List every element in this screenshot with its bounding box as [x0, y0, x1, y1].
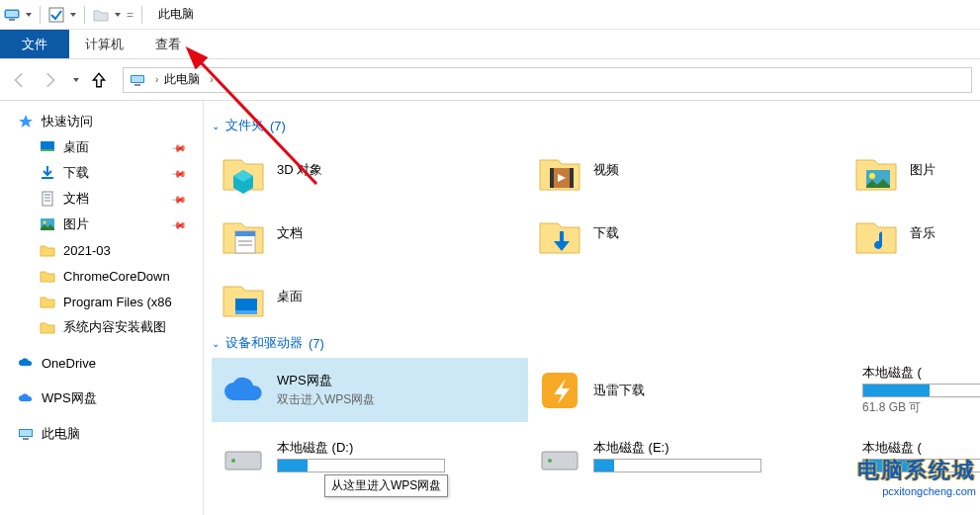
- label: 快速访问: [42, 113, 93, 130]
- folder-documents[interactable]: 文档: [212, 204, 528, 263]
- picture-icon: [40, 216, 55, 232]
- svg-point-36: [231, 459, 235, 463]
- svg-rect-35: [225, 452, 261, 470]
- label: OneDrive: [42, 356, 96, 371]
- sidebar: 快速访问 桌面📌 下载📌 文档📌 图片📌 2021-03: [0, 101, 204, 515]
- label: WPS网盘: [277, 372, 375, 389]
- label: 桌面: [63, 138, 89, 156]
- label: 系统内容安装截图: [63, 318, 166, 336]
- svg-rect-17: [23, 438, 29, 440]
- device-wps[interactable]: WPS网盘 双击进入WPS网盘: [212, 358, 528, 422]
- svg-rect-1: [6, 11, 18, 17]
- menu-chevron-icon[interactable]: [26, 13, 32, 17]
- label: ChromeCoreDown: [63, 269, 170, 284]
- nav-history-button[interactable]: [67, 68, 81, 92]
- folder-icon: [40, 294, 55, 309]
- capacity-bar: [593, 459, 761, 472]
- svg-point-14: [44, 221, 46, 224]
- desktop-icon: [40, 139, 55, 155]
- nav-up-button[interactable]: [87, 68, 111, 92]
- drive-local-e[interactable]: 本地磁盘 (E:): [528, 426, 845, 485]
- titlebar: = 此电脑: [0, 0, 980, 30]
- wps-cloud-icon: [220, 367, 267, 414]
- sidebar-this-pc[interactable]: 此电脑: [0, 421, 203, 447]
- device-xunlei[interactable]: 迅雷下载: [528, 358, 845, 422]
- chevron-right-icon[interactable]: ›: [210, 74, 213, 85]
- svg-rect-9: [43, 192, 52, 206]
- folder-icon[interactable]: [93, 7, 109, 23]
- menu-chevron-icon[interactable]: [115, 13, 121, 17]
- label: 本地磁盘 (D:): [277, 439, 445, 457]
- address-bar[interactable]: › 此电脑 ›: [123, 67, 972, 93]
- sidebar-wps[interactable]: WPS网盘: [0, 386, 203, 411]
- svg-rect-6: [134, 84, 140, 86]
- svg-rect-29: [235, 310, 257, 314]
- video-icon: [536, 146, 583, 194]
- svg-point-38: [548, 459, 552, 463]
- svg-rect-19: [550, 168, 554, 188]
- folder-3d-objects[interactable]: 3D 对象: [212, 140, 528, 200]
- label: WPS网盘: [42, 389, 97, 407]
- label: 文档: [63, 190, 89, 208]
- label: 2021-03: [63, 243, 111, 258]
- subtitle: 双击进入WPS网盘: [277, 391, 375, 408]
- pin-icon: 📌: [171, 165, 187, 181]
- folder-downloads[interactable]: 下载: [528, 204, 845, 263]
- section-devices[interactable]: ⌄ 设备和驱动器 (7): [212, 334, 972, 352]
- star-icon: [18, 114, 34, 129]
- label: 3D 对象: [277, 161, 322, 179]
- pin-icon: 📌: [171, 216, 187, 232]
- label: 下载: [593, 224, 619, 242]
- menu-chevron-icon[interactable]: [70, 13, 76, 17]
- navbar: › 此电脑 ›: [0, 59, 980, 101]
- label: 桌面: [277, 288, 303, 305]
- sidebar-item-folder[interactable]: 2021-03: [0, 237, 203, 263]
- svg-point-23: [869, 173, 875, 179]
- folder-desktop[interactable]: 桌面: [212, 267, 528, 326]
- sidebar-item-documents[interactable]: 文档📌: [0, 186, 203, 212]
- this-pc-icon: [18, 426, 34, 442]
- svg-rect-5: [132, 76, 143, 82]
- section-folders[interactable]: ⌄ 文件夹 (7): [212, 117, 972, 134]
- svg-rect-20: [570, 168, 574, 188]
- nav-back-button[interactable]: [8, 68, 32, 92]
- ribbon-tab-computer[interactable]: 计算机: [69, 30, 139, 58]
- chevron-right-icon[interactable]: ›: [155, 74, 158, 85]
- label: 本地磁盘 (E:): [593, 439, 761, 457]
- checkbox-icon[interactable]: [48, 7, 64, 23]
- sidebar-item-folder[interactable]: Program Files (x86: [0, 289, 203, 314]
- folder-videos[interactable]: 视频: [528, 140, 845, 200]
- svg-rect-25: [235, 231, 255, 236]
- label: 下载: [63, 164, 89, 182]
- sidebar-onedrive[interactable]: OneDrive: [0, 350, 203, 376]
- download-icon: [536, 210, 583, 257]
- svg-rect-2: [9, 19, 15, 21]
- ribbon-overflow[interactable]: =: [127, 8, 134, 22]
- sidebar-item-desktop[interactable]: 桌面📌: [0, 134, 203, 160]
- sidebar-quick-access[interactable]: 快速访问: [0, 109, 203, 134]
- folder-music[interactable]: 音乐: [845, 204, 963, 263]
- folder-pictures[interactable]: 图片: [845, 140, 963, 200]
- sidebar-item-pictures[interactable]: 图片📌: [0, 212, 203, 237]
- sidebar-item-folder[interactable]: 系统内容安装截图: [0, 314, 203, 340]
- ribbon-tab-view[interactable]: 查看: [139, 30, 197, 58]
- main-content: ⌄ 文件夹 (7) 3D 对象 视频 图片 文档 下载: [204, 101, 980, 515]
- nav-forward-button[interactable]: [38, 68, 61, 92]
- ribbon-tab-file[interactable]: 文件: [0, 30, 69, 58]
- watermark: 电脑系统城 pcxitongcheng.com: [857, 456, 976, 497]
- picture-icon: [852, 146, 900, 194]
- breadcrumb-item[interactable]: 此电脑: [164, 71, 200, 88]
- sidebar-item-downloads[interactable]: 下载📌: [0, 160, 203, 186]
- svg-rect-16: [20, 430, 32, 436]
- svg-rect-37: [542, 452, 578, 470]
- drive-local[interactable]: 本地磁盘 ( 61.8 GB 可: [845, 358, 963, 422]
- watermark-text: 电脑系统城: [857, 456, 976, 485]
- sidebar-item-folder[interactable]: ChromeCoreDown: [0, 263, 203, 289]
- folders-grid: 3D 对象 视频 图片 文档 下载 音乐: [212, 138, 972, 328]
- this-pc-icon: [4, 7, 20, 23]
- capacity: 61.8 GB 可: [862, 399, 980, 416]
- capacity-bar: [862, 384, 980, 397]
- label: 音乐: [910, 224, 935, 242]
- folder-icon: [40, 242, 55, 258]
- onedrive-icon: [18, 355, 34, 371]
